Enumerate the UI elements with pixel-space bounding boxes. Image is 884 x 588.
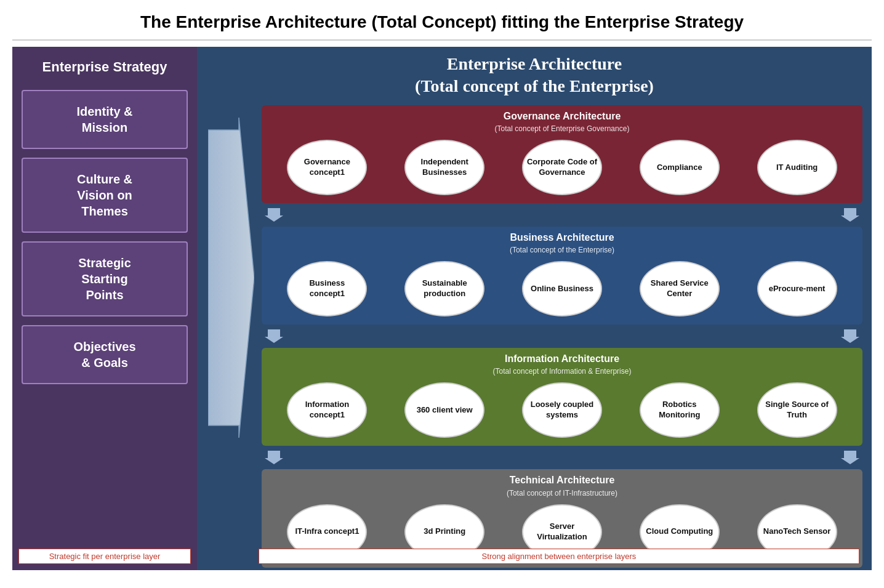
big-right-arrow bbox=[208, 118, 254, 438]
arrow-down-5 bbox=[265, 451, 283, 464]
svg-marker-1 bbox=[265, 208, 283, 222]
sidebar-item-objectives: Objectives& Goals bbox=[22, 325, 188, 384]
left-sidebar: Enterprise Strategy Identity &Mission Cu… bbox=[12, 47, 197, 570]
ellipse-gov-5: IT Auditing bbox=[757, 140, 837, 195]
ellipse-bus-2: Sustainable production bbox=[404, 261, 484, 316]
ellipse-info-2: 360 client view bbox=[404, 382, 484, 438]
main-title: The Enterprise Architecture (Total Conce… bbox=[12, 6, 872, 41]
ellipse-info-1: Information concept1 bbox=[287, 382, 367, 438]
information-subtitle: (Total concept of Information & Enterpri… bbox=[268, 367, 856, 376]
arrows-info-tech bbox=[262, 451, 862, 464]
ellipse-gov-4: Compliance bbox=[640, 140, 720, 195]
governance-ellipses: Governance concept1 Independent Business… bbox=[268, 137, 856, 198]
arrow-down-3 bbox=[265, 329, 283, 343]
ellipse-gov-3: Corporate Code of Governance bbox=[522, 140, 602, 195]
svg-marker-5 bbox=[265, 451, 283, 464]
arrows-gov-bus bbox=[262, 208, 862, 222]
information-title: Information Architecture bbox=[268, 353, 856, 364]
right-main-footer: Strong alignment between enterprise laye… bbox=[259, 549, 859, 564]
technical-subtitle: (Total concept of IT-Infrastructure) bbox=[268, 489, 856, 497]
sidebar-item-culture: Culture &Vision onThemes bbox=[22, 158, 188, 233]
sidebar-item-identity: Identity &Mission bbox=[22, 90, 188, 149]
page-wrapper: The Enterprise Architecture (Total Conce… bbox=[0, 0, 884, 588]
layer-business: Business Architecture (Total concept of … bbox=[262, 227, 862, 324]
arrow-down-2 bbox=[841, 208, 859, 222]
ellipse-bus-5: eProcure-ment bbox=[757, 261, 837, 316]
information-ellipses: Information concept1 360 client view Loo… bbox=[268, 379, 856, 441]
ellipse-info-3: Loosely coupled systems bbox=[522, 382, 602, 438]
arrow-down-1 bbox=[265, 208, 283, 222]
sidebar-title: Enterprise Strategy bbox=[22, 59, 188, 75]
right-main: Enterprise Architecture(Total concept of… bbox=[197, 47, 872, 570]
arrow-down-4 bbox=[841, 329, 859, 343]
technical-title: Technical Architecture bbox=[268, 474, 856, 486]
svg-marker-4 bbox=[841, 329, 859, 343]
business-subtitle: (Total concept of the Enterprise) bbox=[268, 246, 856, 254]
arrows-bus-info bbox=[262, 329, 862, 343]
ellipse-bus-1: Business concept1 bbox=[287, 261, 367, 316]
sidebar-item-strategic: StrategicStartingPoints bbox=[22, 241, 188, 316]
ellipse-gov-1: Governance concept1 bbox=[287, 140, 367, 195]
content-area: Enterprise Strategy Identity &Mission Cu… bbox=[12, 47, 872, 570]
business-title: Business Architecture bbox=[268, 232, 856, 243]
business-ellipses: Business concept1 Sustainable production… bbox=[268, 258, 856, 320]
ellipse-bus-4: Shared Service Center bbox=[640, 261, 720, 316]
layer-information: Information Architecture (Total concept … bbox=[262, 348, 862, 446]
governance-title: Governance Architecture bbox=[268, 110, 856, 122]
ellipse-bus-3: Online Business bbox=[522, 261, 602, 316]
governance-subtitle: (Total concept of Enterprise Governance) bbox=[268, 124, 856, 133]
ellipse-info-4: Robotics Monitoring bbox=[640, 382, 720, 438]
sidebar-footer: Strategic fit per enterprise layer bbox=[18, 549, 191, 564]
svg-marker-0 bbox=[208, 118, 254, 438]
svg-marker-3 bbox=[265, 329, 283, 343]
svg-marker-6 bbox=[841, 451, 859, 464]
arrow-down-6 bbox=[841, 451, 859, 464]
svg-marker-2 bbox=[841, 208, 859, 222]
ellipse-info-5: Single Source of Truth bbox=[757, 382, 837, 438]
ellipse-gov-2: Independent Businesses bbox=[404, 140, 484, 195]
layers-container: Governance Architecture (Total concept o… bbox=[262, 105, 862, 568]
ea-title: Enterprise Architecture(Total concept of… bbox=[206, 53, 862, 98]
layer-governance: Governance Architecture (Total concept o… bbox=[262, 105, 862, 203]
